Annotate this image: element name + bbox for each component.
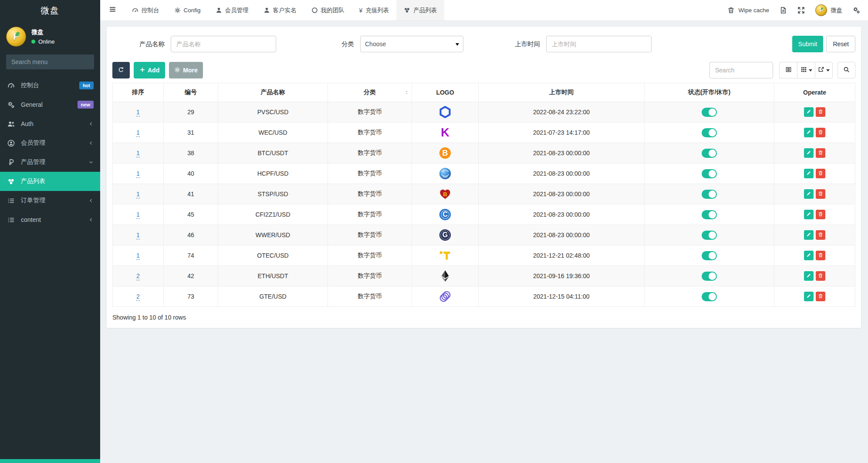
edit-button[interactable] [804, 251, 814, 260]
sort-order-link[interactable]: 1 [136, 129, 140, 137]
status-toggle[interactable] [702, 149, 717, 158]
nav-tab-team[interactable]: 我的团队 [304, 0, 352, 20]
document-icon[interactable] [780, 7, 787, 14]
sidebar-item-product-list[interactable]: 产品列表 [0, 172, 100, 191]
sidebar-item-label: General [21, 101, 43, 108]
delete-button[interactable] [816, 128, 825, 137]
status-toggle[interactable] [702, 169, 717, 178]
edit-button[interactable] [804, 271, 814, 281]
nav-tab-recharge[interactable]: ¥充值列表 [352, 0, 397, 20]
export-dropdown-button[interactable] [815, 62, 833, 78]
delete-button[interactable] [816, 189, 825, 199]
delete-button[interactable] [816, 271, 825, 281]
sidebar-item-members[interactable]: 会员管理 [0, 133, 100, 153]
sort-order-link[interactable]: 1 [136, 252, 140, 260]
status-toggle[interactable] [702, 210, 717, 219]
reset-button[interactable]: Reset [826, 36, 855, 52]
sidebar-item-products[interactable]: 产品管理 [0, 153, 100, 172]
edit-button[interactable] [804, 148, 814, 158]
trash-icon [818, 252, 823, 259]
table-search-input[interactable] [709, 62, 773, 78]
trash-icon [818, 232, 823, 238]
wipe-cache-button[interactable]: Wipe cache [727, 7, 769, 14]
coin-logo-letter-k-icon: K [439, 126, 452, 139]
edit-button[interactable] [804, 189, 814, 199]
user-avatar: P [6, 27, 26, 47]
table-header-row: 排序编号产品名称分类LOGO上市时间状态(开市/休市)Operate [113, 83, 855, 102]
cell-product-name: ETH/USDT [218, 266, 328, 286]
sort-order-link[interactable]: 2 [136, 293, 140, 301]
add-button[interactable]: Add [134, 62, 165, 78]
edit-button[interactable] [804, 169, 814, 178]
status-toggle[interactable] [702, 128, 717, 137]
cell-sort: 1 [113, 225, 164, 245]
delete-button[interactable] [816, 148, 825, 158]
more-button[interactable]: More [169, 62, 203, 78]
delete-button[interactable] [816, 251, 825, 260]
product-name-input[interactable] [171, 36, 276, 52]
refresh-button[interactable] [112, 62, 130, 78]
nav-tab-product-list[interactable]: 产品列表 [396, 0, 444, 20]
delete-button[interactable] [816, 210, 825, 219]
nav-tab-dashboard[interactable]: 控制台 [125, 0, 167, 20]
sidebar-item-auth[interactable]: Auth [0, 114, 100, 133]
edit-button[interactable] [804, 230, 814, 240]
sidebar-search [6, 54, 94, 69]
nav-tab-config[interactable]: Config [167, 0, 208, 20]
sort-order-link[interactable]: 1 [136, 211, 140, 219]
edit-button[interactable] [804, 292, 814, 301]
sort-order-link[interactable]: 2 [136, 272, 140, 280]
sidebar-item-dashboard[interactable]: 控制台hot [0, 76, 100, 95]
sort-order-link[interactable]: 1 [136, 109, 140, 116]
columns-dropdown-button[interactable] [797, 62, 815, 78]
cell-product-name: STSP/USD [218, 184, 328, 204]
status-toggle[interactable] [702, 292, 717, 301]
pencil-icon [806, 170, 811, 177]
cell-id: 40 [164, 163, 218, 184]
submit-button[interactable]: Submit [792, 36, 824, 52]
detail-view-button[interactable] [779, 62, 797, 78]
sort-order-link[interactable]: 1 [136, 170, 140, 178]
column-header-category[interactable]: 分类 [328, 83, 412, 102]
listed-time-input[interactable] [546, 36, 652, 52]
fullscreen-icon[interactable] [797, 7, 805, 14]
status-toggle[interactable] [702, 251, 717, 260]
caret-down-icon [826, 69, 830, 71]
edit-button[interactable] [804, 107, 814, 117]
sidebar-search-input[interactable] [11, 58, 90, 65]
nav-user-menu[interactable]: P 微盘 [815, 4, 842, 16]
hamburger-icon [109, 6, 116, 15]
status-toggle[interactable] [702, 231, 717, 240]
cell-logo: B [412, 143, 479, 163]
nav-tab-kyc[interactable]: 客户实名 [256, 0, 304, 20]
cell-logo [412, 266, 479, 286]
sidebar-item-content[interactable]: content [0, 210, 100, 229]
delete-button[interactable] [816, 230, 825, 240]
sort-order-link[interactable]: 1 [136, 150, 140, 157]
table-row: 140HCPF/USD数字货币2021-08-23 00:00:00 [113, 163, 855, 184]
edit-button[interactable] [804, 128, 814, 137]
nav-tab-label: 会员管理 [225, 7, 249, 14]
category-select[interactable]: Choose [360, 36, 463, 52]
delete-button[interactable] [816, 292, 825, 301]
status-toggle[interactable] [702, 272, 717, 281]
pencil-icon [806, 150, 811, 157]
sort-order-link[interactable]: 1 [136, 191, 140, 198]
settings-gears-icon[interactable] [853, 7, 860, 14]
cell-logo: K [412, 123, 479, 143]
product-list-card: 产品名称 分类 Choose 上市时间 [106, 26, 861, 328]
column-header-status: 状态(开市/休市) [645, 83, 774, 102]
nav-tab-label: 我的团队 [321, 7, 344, 14]
caret-down-icon [809, 69, 812, 71]
status-toggle[interactable] [702, 190, 717, 199]
delete-button[interactable] [816, 107, 825, 117]
sidebar-item-general[interactable]: Generalnew [0, 95, 100, 114]
sidebar-toggle-button[interactable] [100, 0, 125, 20]
nav-tab-members[interactable]: 会员管理 [208, 0, 256, 20]
sort-order-link[interactable]: 1 [136, 232, 140, 239]
sidebar-item-orders[interactable]: 订单管理 [0, 191, 100, 210]
status-toggle[interactable] [702, 108, 717, 117]
toggle-search-button[interactable] [838, 62, 855, 78]
edit-button[interactable] [804, 210, 814, 219]
delete-button[interactable] [816, 169, 825, 178]
